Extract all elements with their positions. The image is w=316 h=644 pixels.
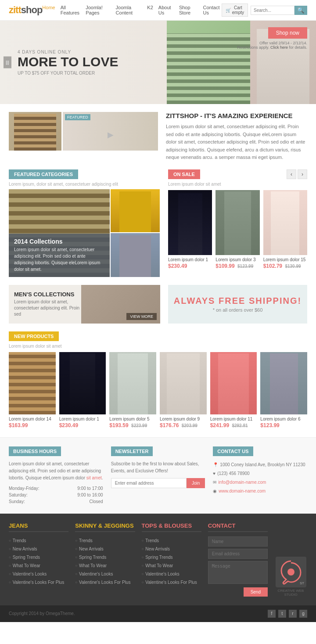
newsletter-header: NEWSLETTER (111, 446, 153, 456)
list-item[interactable]: ○ Valentine's Looks (142, 570, 201, 578)
shipping-sub: * on all orders over $60 (213, 307, 263, 313)
rss-icon[interactable]: r (289, 610, 297, 618)
nav-k2[interactable]: K2 (147, 5, 153, 15)
hours-row-3: Sunday: Closed (9, 498, 103, 505)
hero-desc: UP TO $75 OFF YOUR TOTAL ORDER (18, 71, 118, 76)
newsletter-form: Join (111, 478, 205, 488)
gplus-icon[interactable]: g (299, 610, 307, 618)
joomla-logo-area: STUDIO CREATIVE WEB STUDIO (274, 522, 307, 597)
new-products-section: NEW PRODUCTS Lorem ipsum dolor sit amet … (0, 331, 316, 437)
mens-banner: MEN'S COLLECTIONS Lorem ipsum dolor sit … (9, 285, 160, 324)
about-section: FEATURED ▶ ZITTSHOP - IT'S AMAZING EXPER… (0, 104, 316, 169)
contact-message-input[interactable] (208, 561, 268, 584)
list-item[interactable]: ○ What To Wear (142, 561, 201, 570)
contact-form: Send (208, 536, 268, 597)
list-item[interactable]: ○ Spring Trends (9, 553, 68, 561)
np-card-1[interactable]: Lorem ipsum dolor 14 $163.99 (9, 352, 56, 428)
np-card-6[interactable]: Lorem ipsum dolor 6 $123.99 (260, 352, 307, 428)
contact-address: 📍 1000 Coney Island Ave, Brooklyn NY 112… (213, 461, 307, 469)
prev-arrow[interactable]: ‹ (287, 169, 296, 179)
np-name-2: Lorem ipsum dolor 1 (59, 417, 106, 421)
on-sale-header: ON SALE (168, 169, 200, 179)
np-price-3: $193.59 $223.99 (109, 422, 156, 428)
np-price-4: $176.76 $203.99 (160, 422, 207, 428)
jeans-col: JEANS ○ Trends ○ New Arrivals ○ Spring T… (9, 522, 68, 597)
skinny-title: SKINNY & JEGGINGS (75, 522, 135, 532)
cart-icon: 🛒 (226, 8, 231, 13)
business-hours-link[interactable]: sit amet (86, 475, 102, 480)
search-input[interactable] (251, 6, 294, 15)
next-arrow[interactable]: › (298, 169, 307, 179)
contact-form-col: CONTACT Send (208, 522, 268, 597)
contact-website-link[interactable]: www.domain-name.com (219, 487, 266, 496)
list-item[interactable]: ○ Valentine's Looks (9, 570, 68, 578)
list-item[interactable]: ○ Trends (75, 536, 135, 545)
nav-joomla-content[interactable]: Joomla Content (116, 5, 142, 15)
contact-name-input[interactable] (208, 536, 268, 547)
list-item[interactable]: ○ Valentine's Looks (75, 570, 135, 578)
list-item[interactable]: ○ Valentine's Looks For Plus (9, 578, 68, 586)
cart-label: Cart empty (232, 5, 244, 15)
np-name-5: Lorem ipsum dolor 11 (210, 417, 257, 421)
product-orig-price-3: $130.99 (285, 264, 301, 269)
about-title: ZITTSHOP - IT'S AMAZING EXPERIENCE (166, 112, 307, 119)
nav-all-features[interactable]: All Features (61, 5, 81, 15)
cart-button[interactable]: 🛒 Cart empty (222, 4, 248, 17)
featured-main-image: 2014 Collections Lorem ipsum dolor sit a… (9, 189, 110, 277)
newsletter-email-input[interactable] (111, 478, 187, 488)
contact-email-input[interactable] (208, 549, 268, 559)
shipping-banner: ALWAYS FREE SHIPPING! * on all orders ov… (168, 285, 307, 324)
nav-joomla-pages[interactable]: Joomla! Pages (86, 5, 110, 15)
hero-slider-control[interactable]: ||| (4, 57, 11, 68)
list-item[interactable]: ○ What To Wear (75, 561, 135, 570)
contact-us-header: CONTACT US (213, 446, 253, 456)
new-products-subtitle: Lorem ipsum dolor sit amet (9, 344, 307, 349)
np-image-4 (160, 352, 207, 414)
click-here-link[interactable]: Click here (270, 45, 288, 50)
hours-row-2: Saturday: 9:00 to 16:00 (9, 492, 103, 498)
logo[interactable]: zittshop (9, 4, 42, 16)
np-card-5[interactable]: Lorem ipsum dolor 11 $241.99 $292.81 (210, 352, 257, 428)
list-item[interactable]: ○ Valentine's Looks For Plus (142, 578, 201, 586)
product-card-3[interactable]: Lorem ipsum dolor 15 $102.79 $130.99 (263, 190, 307, 269)
search-form: 🔍 (251, 6, 307, 15)
product-card-1[interactable]: Lorem ipsum dolor 1 $230.49 (168, 190, 212, 269)
nav-home[interactable]: Home (42, 5, 55, 15)
on-sale-nav: ‹ › (287, 169, 307, 179)
list-item[interactable]: ○ Valentine's Looks For Plus (75, 578, 135, 586)
list-item[interactable]: ○ New Arrivals (142, 545, 201, 553)
hero-offer-text: Offer valid 2/9/14 - 2/12/14. Restrictio… (237, 41, 307, 50)
twitter-icon[interactable]: t (278, 610, 286, 618)
list-item[interactable]: ○ Spring Trends (75, 553, 135, 561)
list-item[interactable]: ○ New Arrivals (75, 545, 135, 553)
list-item[interactable]: ○ Spring Trends (142, 553, 201, 561)
featured-overlay-text: Lorem ipsum dolor sit amet, consectetuer… (14, 246, 104, 273)
svg-point-0 (287, 568, 294, 576)
tops-list: ○ Trends ○ New Arrivals ○ Spring Trends … (142, 536, 201, 586)
newsletter-col: NEWSLETTER Subscribe to be the first to … (111, 446, 205, 505)
nav-about[interactable]: About Us (158, 5, 174, 15)
list-item[interactable]: ○ Trends (142, 536, 201, 545)
contact-send-button[interactable]: Send (244, 587, 268, 597)
facebook-icon[interactable]: f (268, 610, 276, 618)
logo-shop-text: shop (21, 4, 43, 15)
newsletter-join-button[interactable]: Join (187, 478, 205, 488)
contact-email-link[interactable]: info@domain-name.com (218, 478, 266, 487)
list-item[interactable]: ○ Trends (9, 536, 68, 545)
nav-shop-store[interactable]: Shop Store (179, 5, 198, 15)
search-button[interactable]: 🔍 (294, 6, 307, 15)
list-item[interactable]: ○ What To Wear (9, 561, 68, 570)
shop-now-button[interactable]: Shop now (268, 27, 307, 39)
view-more-button[interactable]: VIEW MORE (126, 313, 157, 320)
nav-contact[interactable]: Contact Us (203, 5, 222, 15)
np-card-2[interactable]: Lorem ipsum dolor 1 $230.49 (59, 352, 106, 428)
np-card-3[interactable]: Lorem ipsum dolor 5 $193.59 $223.99 (109, 352, 156, 428)
featured-onsale-section: FEATURED CATEGORIES Lorem ipsum, dolor s… (0, 169, 316, 285)
header: zittshop Home All Features Joomla! Pages… (0, 0, 316, 21)
np-card-4[interactable]: Lorem ipsum dolor 9 $176.76 $203.99 (160, 352, 207, 428)
hours-row-1: Monday-Friday: 9:00 to 17:00 (9, 485, 103, 492)
product-card-2[interactable]: Lorem ipsum dolor 3 $109.99 $123.99 (215, 190, 259, 269)
mens-sub: Lorem ipsum dolor sit amet, consectetuer… (14, 299, 80, 317)
about-content: ZITTSHOP - IT'S AMAZING EXPERIENCE Lorem… (166, 112, 307, 162)
list-item[interactable]: ○ New Arrivals (9, 545, 68, 553)
